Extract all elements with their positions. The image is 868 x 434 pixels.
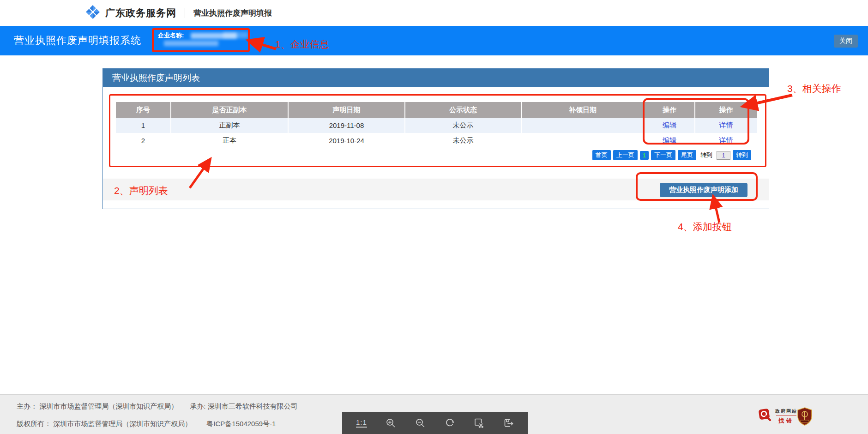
col-header-op2: 操作 xyxy=(695,102,757,118)
copyright-label: 版权所有： xyxy=(17,420,51,428)
err-badge-line2: 找错 xyxy=(778,417,794,425)
table-header-row: 序号 是否正副本 声明日期 公示状态 补领日期 操作 操作 xyxy=(116,102,757,118)
undertake-label: 承办: xyxy=(190,402,205,410)
panel-body: 序号 是否正副本 声明日期 公示状态 补领日期 操作 操作 1 正副本 2019… xyxy=(103,87,769,209)
panel-title: 营业执照作废声明列表 xyxy=(103,69,769,87)
err-badge-line1: 政府网站 xyxy=(775,408,797,415)
system-title: 营业执照作废声明填报系统 xyxy=(14,34,141,48)
cell-seq: 1 xyxy=(116,118,171,133)
annotation-label-1: 1、企业信息 xyxy=(275,38,329,51)
company-code-redacted xyxy=(164,41,218,46)
panel-footer: 营业执照作废声明添加 xyxy=(103,179,769,200)
cell-seq: 2 xyxy=(116,133,171,148)
add-declaration-button[interactable]: 营业执照作废声明添加 xyxy=(660,183,747,197)
detail-link-row1[interactable]: 详情 xyxy=(719,121,733,129)
gdzwfw-pinwheel-logo-icon xyxy=(86,5,100,21)
cell-status: 未公示 xyxy=(405,118,522,133)
icp-number: 粤ICP备15042059号-1 xyxy=(206,420,276,428)
edit-link-row2[interactable]: 编辑 xyxy=(663,136,676,144)
footer-line2: 版权所有： 深圳市市场监督管理局（深圳市知识产权局） 粤ICP备15042059… xyxy=(17,420,276,428)
col-header-op1: 操作 xyxy=(645,102,695,118)
col-header-seq: 序号 xyxy=(116,102,171,118)
cell-date: 2019-11-08 xyxy=(289,118,405,133)
header-page-title: 营业执照作废声明填报 xyxy=(193,8,272,18)
annotation-label-2: 2、声明列表 xyxy=(114,184,168,197)
company-name-redacted-2 xyxy=(223,32,248,38)
top-header: 广东政务服务网 营业执照作废声明填报 xyxy=(0,0,868,26)
shield-icon[interactable] xyxy=(797,407,813,428)
company-name-label: 企业名称: xyxy=(158,32,184,39)
goto-label: 转到 xyxy=(700,151,712,159)
gov-site-error-badge[interactable]: 政府网站 找错 xyxy=(758,408,797,425)
save-icon[interactable] xyxy=(503,417,514,428)
image-viewer-toolbar: 1:1 xyxy=(342,412,528,434)
annotation-label-3: 3、相关操作 xyxy=(787,82,841,95)
magnifier-icon xyxy=(758,408,773,425)
cell-status: 未公示 xyxy=(405,133,522,148)
pagination-prev-button[interactable]: 上一页 xyxy=(613,150,638,160)
undertake-value: 深圳市三希软件科技有限公司 xyxy=(208,402,298,410)
table-row: 1 正副本 2019-11-08 未公示 编辑 详情 xyxy=(116,118,757,133)
col-header-type: 是否正副本 xyxy=(171,102,289,118)
pagination-current-page[interactable]: 1 xyxy=(640,151,649,160)
header-divider xyxy=(185,8,185,18)
cell-reissue xyxy=(522,133,645,148)
cell-type: 正本 xyxy=(171,133,289,148)
footer-line1: 主办： 深圳市市场监督管理局（深圳市知识产权局） 承办: 深圳市三希软件科技有限… xyxy=(17,402,298,411)
declaration-list-panel: 营业执照作废声明列表 序号 是否正副本 声明日期 公示状态 补领日期 操作 操作… xyxy=(102,68,769,209)
table-row: 2 正本 2019-10-24 未公示 编辑 详情 xyxy=(116,133,757,148)
site-name: 广东政务服务网 xyxy=(105,6,176,19)
edit-link-row1[interactable]: 编辑 xyxy=(663,121,676,129)
cell-reissue xyxy=(522,118,645,133)
err-badge-divider xyxy=(776,416,796,416)
copyright-value: 深圳市市场监督管理局（深圳市知识产权局） xyxy=(53,420,192,428)
system-banner: 营业执照作废声明填报系统 企业名称: 关闭 xyxy=(0,26,868,55)
company-info-box: 企业名称: xyxy=(154,29,248,50)
annotation-arrows xyxy=(0,0,868,434)
goto-page-input[interactable] xyxy=(717,151,730,160)
err-badge-texts: 政府网站 找错 xyxy=(775,408,797,425)
zoom-in-icon[interactable] xyxy=(385,417,396,428)
rotate-icon[interactable] xyxy=(444,417,455,428)
goto-button[interactable]: 转到 xyxy=(733,150,751,160)
actual-size-button[interactable]: 1:1 xyxy=(356,418,367,428)
pagination-last-button[interactable]: 尾页 xyxy=(678,150,696,160)
cell-type: 正副本 xyxy=(171,118,289,133)
annotation-label-4: 4、添加按钮 xyxy=(678,220,732,233)
cell-date: 2019-10-24 xyxy=(289,133,405,148)
detail-link-row2[interactable]: 详情 xyxy=(719,136,733,144)
col-header-reissue: 补领日期 xyxy=(522,102,645,118)
col-header-date: 声明日期 xyxy=(289,102,405,118)
declaration-table: 序号 是否正副本 声明日期 公示状态 补领日期 操作 操作 1 正副本 2019… xyxy=(116,102,757,148)
col-header-status: 公示状态 xyxy=(405,102,522,118)
host-label: 主办： xyxy=(17,402,37,410)
crop-icon[interactable] xyxy=(473,417,484,428)
zoom-out-icon[interactable] xyxy=(415,417,426,428)
pagination: 首页 上一页 1 下一页 尾页 转到 转到 xyxy=(592,150,751,160)
host-value: 深圳市市场监督管理局（深圳市知识产权局） xyxy=(39,402,178,410)
pagination-next-button[interactable]: 下一页 xyxy=(651,150,675,160)
close-button[interactable]: 关闭 xyxy=(834,35,858,48)
pagination-first-button[interactable]: 首页 xyxy=(592,150,611,160)
